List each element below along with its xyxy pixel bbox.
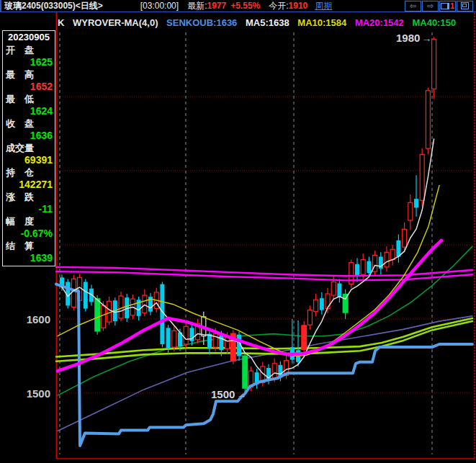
candle-body bbox=[94, 298, 100, 331]
candle-body bbox=[307, 310, 312, 325]
candle-body bbox=[320, 298, 324, 310]
indicator-bar: K WYROVER-MA(4,0) SENKOUB:1636 MA5:1638 … bbox=[58, 17, 476, 28]
panel-row-value: 142271 bbox=[3, 179, 55, 191]
candle-body bbox=[367, 261, 371, 273]
candle-body bbox=[143, 295, 147, 313]
candle-body bbox=[119, 296, 123, 318]
panel-row-label: 结 算 bbox=[3, 240, 55, 252]
candle-body bbox=[107, 301, 112, 322]
panel-row-value: 1639 bbox=[3, 252, 55, 264]
candle-body bbox=[361, 260, 365, 275]
open-price-value: 1910 bbox=[289, 1, 308, 11]
indicator-name: WYROVER-MA(4,0) bbox=[73, 17, 158, 28]
candle-body bbox=[403, 229, 407, 247]
panel-row-value: 1636 bbox=[3, 130, 55, 142]
candle-body bbox=[355, 264, 359, 276]
arrow-left-icon[interactable]: ⇦ bbox=[405, 1, 421, 12]
panel-row-label: 持 仓 bbox=[3, 166, 55, 179]
annotation-arrow-icon: → bbox=[421, 32, 431, 44]
restore-window-icon[interactable] bbox=[457, 1, 473, 12]
split-glyph-icon bbox=[441, 3, 449, 9]
panel-row-label: 收 盘 bbox=[3, 117, 55, 130]
panel-row-value: 69391 bbox=[3, 154, 55, 166]
candle-body bbox=[385, 252, 389, 267]
panel-row-value: 1625 bbox=[3, 56, 55, 68]
annotation-high-1980: 1980 → bbox=[396, 32, 431, 44]
panel-row-label: 最 低 bbox=[3, 93, 55, 105]
panel-row-label: 最 高 bbox=[3, 68, 55, 81]
panel-date: 20230905 bbox=[3, 31, 55, 44]
indicator-ma5: MA5:1638 bbox=[246, 17, 289, 28]
candle-body bbox=[396, 241, 400, 257]
split-screen-icon[interactable]: 1 bbox=[439, 1, 456, 12]
open-price-label: 今开: bbox=[269, 0, 288, 12]
candle-body bbox=[420, 154, 424, 200]
candle-body bbox=[314, 300, 318, 311]
panel-row-value: 1652 bbox=[3, 81, 55, 93]
indicator-ma40: MA40:150 bbox=[412, 17, 456, 28]
candle-body bbox=[432, 40, 436, 89]
candle-body bbox=[301, 325, 307, 350]
annotation-arrow-icon: → bbox=[236, 389, 246, 400]
panel-row-value: 1624 bbox=[3, 105, 55, 117]
split-count: 1 bbox=[450, 2, 454, 10]
candle-body bbox=[71, 279, 76, 307]
panel-row-label: 成交量 bbox=[3, 142, 55, 154]
restore-glyph-icon bbox=[461, 2, 469, 9]
candle-body bbox=[331, 282, 336, 296]
panel-row-value: -11 bbox=[3, 203, 55, 215]
session-time: [03:00:00] bbox=[140, 1, 179, 11]
candle-body bbox=[337, 284, 341, 297]
arrow-right-icon[interactable]: ⇨ bbox=[422, 1, 439, 12]
candle-body bbox=[426, 91, 430, 148]
change-percent: +5.55% bbox=[230, 1, 260, 11]
candle-body bbox=[101, 305, 105, 328]
y-axis-label-1500: 1500 bbox=[20, 387, 50, 400]
panel-row-label: 幅 度 bbox=[3, 215, 55, 228]
last-price-label: 最新: bbox=[187, 0, 207, 12]
candle-body bbox=[414, 199, 418, 207]
indicator-ma10: MA10:1584 bbox=[297, 17, 346, 28]
window-controls: ⇦ ⇨ 1 bbox=[405, 1, 473, 12]
last-price-value: 1977 bbox=[207, 1, 226, 11]
panel-row-label: 开 盘 bbox=[3, 44, 55, 56]
annotation-low-1500: 1500 → bbox=[211, 388, 246, 400]
candle-body bbox=[242, 355, 248, 388]
panel-row-value: -0.67% bbox=[3, 228, 55, 240]
candle-body bbox=[84, 282, 88, 309]
indicator-k: K bbox=[58, 17, 64, 28]
panel-row-label: 涨 跌 bbox=[3, 191, 55, 203]
ohlc-info-panel: 20230905 开 盘1625最 高1652最 低1624收 盘1636成交量… bbox=[2, 30, 55, 266]
ma10-line bbox=[58, 186, 439, 356]
candle-body bbox=[166, 328, 171, 349]
candle-body bbox=[272, 364, 277, 379]
period-link[interactable]: 周期 bbox=[315, 0, 332, 12]
trading-app-window: { "title_bar": { "contract": "玻璃2405(033… bbox=[0, 0, 476, 463]
title-bar: 玻璃2405(033005)<日线> [03:00:00] 最新: 1977 +… bbox=[0, 0, 476, 12]
y-axis-label-1600: 1600 bbox=[20, 313, 50, 325]
annotation-high-text: 1980 bbox=[396, 32, 420, 44]
indicator-senkoub: SENKOUB:1636 bbox=[166, 17, 237, 28]
candle-body bbox=[184, 326, 188, 344]
annotation-low-text: 1500 bbox=[211, 388, 235, 400]
candle-body bbox=[390, 249, 395, 259]
contract-title: 玻璃2405(033005)<日线> bbox=[4, 0, 103, 12]
indicator-ma20: MA20:1542 bbox=[355, 17, 404, 28]
candle-body bbox=[172, 331, 176, 347]
candle-body bbox=[408, 202, 413, 220]
